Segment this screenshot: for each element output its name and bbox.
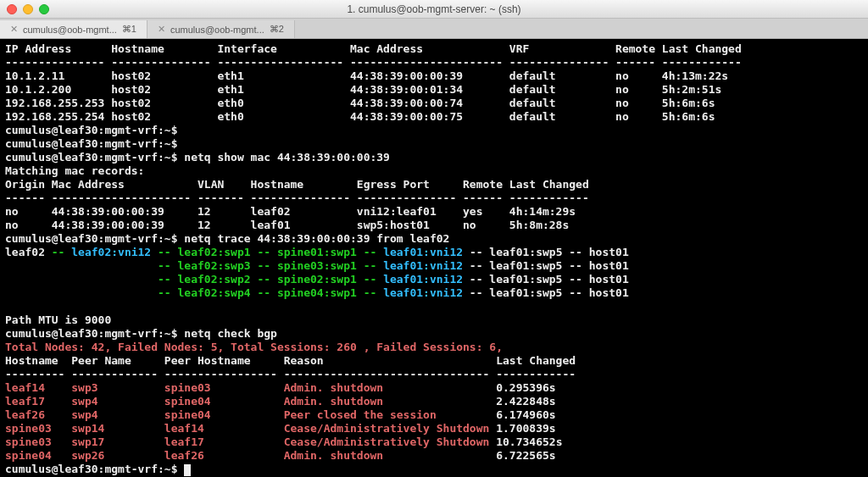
- close-tab-icon[interactable]: ✕: [10, 24, 18, 35]
- tab-shortcut: ⌘1: [122, 24, 136, 35]
- tab-1[interactable]: ✕ cumulus@oob-mgmt... ⌘1: [0, 20, 147, 38]
- tab-shortcut: ⌘2: [270, 24, 284, 35]
- titlebar: 1. cumulus@oob-mgmt-server: ~ (ssh): [0, 0, 868, 19]
- tab-2[interactable]: ✕ cumulus@oob-mgmt... ⌘2: [147, 20, 295, 38]
- tab-label: cumulus@oob-mgmt...: [23, 25, 117, 35]
- tab-label: cumulus@oob-mgmt...: [170, 25, 264, 35]
- terminal-window: 1. cumulus@oob-mgmt-server: ~ (ssh) ✕ cu…: [0, 0, 868, 477]
- close-tab-icon[interactable]: ✕: [158, 24, 165, 35]
- window-title: 1. cumulus@oob-mgmt-server: ~ (ssh): [0, 3, 868, 15]
- terminal-body[interactable]: IP Address Hostname Interface Mac Addres…: [0, 39, 868, 477]
- tab-bar: ✕ cumulus@oob-mgmt... ⌘1 ✕ cumulus@oob-m…: [0, 19, 868, 39]
